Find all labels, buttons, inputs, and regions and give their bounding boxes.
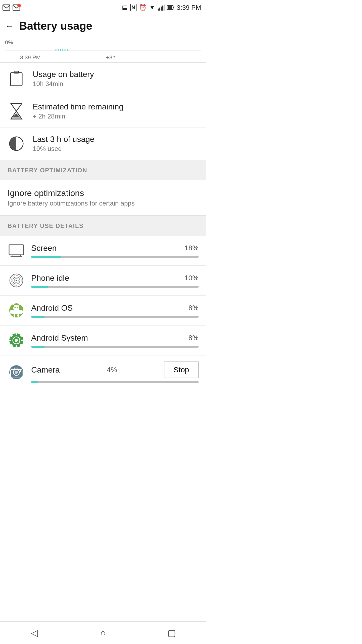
screen-pct: 18% [185,244,199,252]
pie-stat-icon [8,135,25,152]
battery-chart: 0% 3:39 PM +3h [0,37,206,63]
camera-detail-item[interactable]: Camera 4% Stop [0,355,206,387]
svg-rect-7 [164,5,165,11]
svg-rect-44 [21,340,24,341]
svg-point-30 [15,307,16,308]
nfc-icon: N [130,4,137,11]
status-left-icons [3,4,21,11]
battery-optimization-label: BATTERY OPTIMIZATION [8,167,87,174]
android-os-bar [31,316,199,318]
battery-use-details-header: BATTERY USE DETAILS [0,216,206,236]
camera-pct: 4% [107,366,117,374]
svg-point-53 [20,370,21,372]
ignore-opt-subtitle: Ignore battery optimizations for certain… [8,199,199,207]
android-os-label: Android OS [31,303,73,313]
svg-marker-13 [11,103,22,111]
svg-rect-36 [10,310,12,314]
page-header: ← Battery usage [0,15,206,37]
phone-idle-label: Phone idle [31,273,69,283]
chart-zero-label: 0% [5,39,201,46]
svg-point-51 [15,371,18,374]
svg-rect-4 [159,8,160,11]
usage-battery-value: 10h 34min [33,80,94,88]
ignore-opt-title: Ignore optimizations [8,188,199,198]
page-title: Battery usage [19,20,92,32]
battery-optimization-header: BATTERY OPTIMIZATION [0,160,206,180]
phone-idle-detail-item[interactable]: Phone idle 10% [0,266,206,296]
alarm-icon: ⏰ [139,4,147,11]
android-system-detail-item[interactable]: Android System 8% [0,326,206,355]
screen-detail-item[interactable]: Screen 18% [0,236,206,266]
estimated-time-item: Estimated time remaining + 2h 28min [0,95,206,128]
email-icon [3,4,11,11]
usage-battery-title: Usage on battery [33,70,94,79]
wifi-icon: ▼ [149,4,155,11]
status-bar: ⬓ N ⏰ ▼ 3:39 PM [0,0,206,15]
svg-rect-37 [21,310,23,314]
svg-rect-10 [168,6,172,9]
svg-point-40 [15,339,18,342]
hourglass-stat-icon [8,102,25,120]
stop-button[interactable]: Stop [164,361,199,378]
svg-rect-29 [12,310,21,314]
email-badge-icon [13,4,21,11]
svg-rect-43 [9,340,11,341]
svg-rect-11 [11,73,22,86]
stats-section: Usage on battery 10h 34min Estimated tim… [0,63,206,160]
usage-on-battery-item: Usage on battery 10h 34min [0,63,206,95]
svg-rect-19 [9,245,24,255]
battery-stat-icon [8,70,25,88]
estimated-time-value: + 2h 28min [33,112,123,120]
svg-rect-0 [3,5,10,10]
android-os-pct: 8% [189,304,199,312]
svg-point-26 [16,280,17,281]
svg-rect-42 [16,345,17,348]
svg-rect-6 [162,6,163,11]
camera-bar [31,381,199,383]
phone-idle-pct: 10% [185,274,199,282]
last-3h-value: 19% used [33,145,95,153]
status-right-icons: ⬓ N ⏰ ▼ 3:39 PM [122,4,201,12]
battery-status-icon [167,5,174,11]
phone-idle-icon [8,272,25,289]
ignore-optimizations-item[interactable]: Ignore optimizations Ignore battery opti… [0,180,206,216]
back-button[interactable]: ← [5,21,14,31]
camera-icon [8,364,25,381]
chart-time-labels: 3:39 PM +3h [5,54,201,61]
android-system-pct: 8% [189,334,199,342]
camera-label: Camera [31,365,60,375]
bluetooth-icon: ⬓ [122,4,128,11]
svg-rect-12 [14,71,19,73]
svg-rect-3 [158,9,159,11]
screen-bar [31,256,199,258]
svg-rect-41 [16,333,17,335]
android-os-icon [8,302,25,319]
svg-rect-5 [161,7,162,11]
battery-use-details-label: BATTERY USE DETAILS [8,222,83,229]
chart-line [5,47,201,54]
android-system-bar [31,346,199,348]
svg-rect-34 [14,314,15,317]
screen-icon [8,242,25,259]
last-3h-title: Last 3 h of usage [33,135,95,144]
time-display: 3:39 PM [177,4,201,12]
screen-label: Screen [31,244,57,253]
svg-rect-9 [173,7,174,8]
estimated-time-title: Estimated time remaining [33,102,123,111]
android-system-label: Android System [31,333,88,343]
android-os-detail-item[interactable]: Android OS 8% [0,296,206,326]
svg-point-31 [17,307,18,308]
phone-idle-bar [31,286,199,288]
last-3h-item: Last 3 h of usage 19% used [0,128,206,160]
signal-icon [158,5,165,11]
svg-rect-35 [17,314,19,317]
android-system-icon [8,332,25,349]
